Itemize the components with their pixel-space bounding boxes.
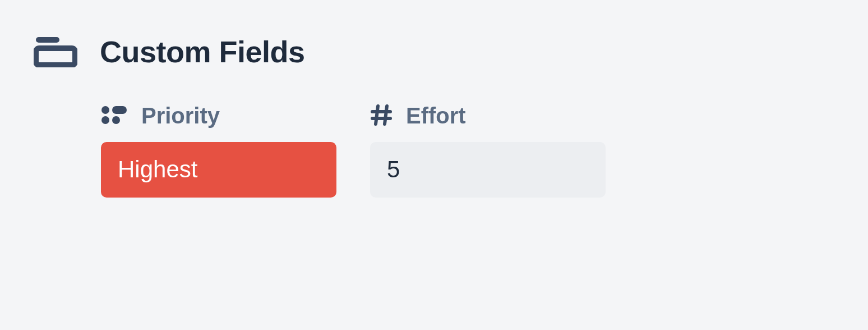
svg-rect-1 — [36, 48, 75, 65]
field-label-effort: Effort — [406, 103, 466, 129]
svg-rect-0 — [36, 37, 59, 43]
svg-rect-5 — [112, 116, 120, 124]
svg-point-2 — [101, 106, 109, 114]
priority-value[interactable]: Highest — [101, 142, 336, 198]
field-label-row: Effort — [370, 103, 606, 129]
section-header: Custom Fields — [34, 34, 834, 70]
custom-fields-section: Custom Fields Priority Highest — [34, 34, 834, 198]
field-label-priority: Priority — [141, 103, 220, 129]
svg-line-6 — [376, 106, 378, 124]
card-icon — [34, 34, 77, 70]
fields-row: Priority Highest Effort 5 — [34, 103, 834, 198]
field-label-row: Priority — [101, 103, 336, 129]
options-icon — [101, 105, 128, 127]
hash-icon — [370, 104, 393, 129]
section-title: Custom Fields — [100, 34, 305, 69]
effort-value[interactable]: 5 — [370, 142, 606, 198]
svg-rect-3 — [112, 106, 127, 114]
svg-point-4 — [101, 116, 109, 124]
svg-line-7 — [385, 106, 387, 124]
field-effort: Effort 5 — [370, 103, 606, 198]
field-priority: Priority Highest — [101, 103, 336, 198]
